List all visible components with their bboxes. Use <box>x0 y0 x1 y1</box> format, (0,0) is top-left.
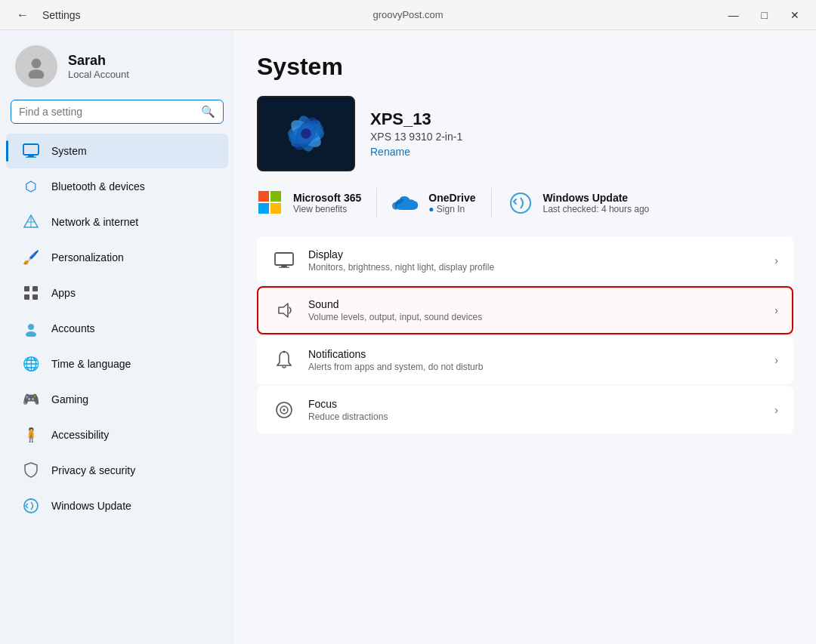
ms365-icon <box>257 190 284 217</box>
device-card: XPS_13 XPS 13 9310 2-in-1 Rename <box>257 96 793 171</box>
device-info: XPS_13 XPS 13 9310 2-in-1 Rename <box>370 109 462 159</box>
svg-rect-26 <box>270 203 281 214</box>
sidebar-item-time[interactable]: 🌐 Time & language <box>6 347 228 381</box>
settings-item-focus[interactable]: Focus Reduce distractions › <box>257 386 793 434</box>
winupdate-icon <box>507 190 534 217</box>
maximize-button[interactable]: □ <box>757 8 772 23</box>
onedrive-subtitle-text: Sign In <box>437 204 465 214</box>
sidebar-item-personalization[interactable]: 🖌️ Personalization <box>6 240 228 275</box>
sound-desc: Volume levels, output, input, sound devi… <box>308 312 762 322</box>
sidebar-item-apps[interactable]: Apps <box>6 276 228 310</box>
user-profile[interactable]: Sarah Local Account <box>0 30 234 100</box>
display-text: Display Monitors, brightness, night ligh… <box>308 248 762 273</box>
search-box[interactable]: 🔍 <box>11 100 224 124</box>
svg-rect-25 <box>258 203 269 214</box>
sidebar-label-privacy: Privacy & security <box>51 464 135 476</box>
svg-rect-4 <box>26 157 36 158</box>
page-title: System <box>257 53 793 81</box>
quick-link-ms365[interactable]: Microsoft 365 View benefits <box>257 188 361 218</box>
content-area: System XPS_13 XPS 13 9310 <box>234 30 816 644</box>
gaming-icon: 🎮 <box>21 390 41 409</box>
settings-item-sound[interactable]: Sound Volume levels, output, input, soun… <box>257 286 793 334</box>
sound-text: Sound Volume levels, output, input, soun… <box>308 298 762 322</box>
settings-item-notifications[interactable]: Notifications Alerts from apps and syste… <box>257 336 793 384</box>
rename-link[interactable]: Rename <box>370 146 410 158</box>
focus-title: Focus <box>308 398 762 410</box>
svg-rect-30 <box>279 267 289 268</box>
device-model: XPS 13 9310 2-in-1 <box>370 131 462 143</box>
onedrive-title: OneDrive <box>428 192 475 204</box>
focus-desc: Reduce distractions <box>308 411 762 422</box>
svg-point-35 <box>283 409 286 411</box>
quick-link-onedrive[interactable]: OneDrive ● Sign In <box>392 188 475 218</box>
time-icon: 🌐 <box>21 354 41 374</box>
user-info: Sarah Local Account <box>68 53 129 80</box>
svg-point-22 <box>301 128 311 138</box>
apps-icon <box>21 283 41 303</box>
close-button[interactable]: ✕ <box>786 8 804 23</box>
svg-point-32 <box>283 351 286 353</box>
display-desc: Monitors, brightness, night light, displ… <box>308 262 762 273</box>
display-icon <box>272 248 296 273</box>
user-name: Sarah <box>68 53 129 69</box>
display-arrow: › <box>774 254 778 267</box>
avatar <box>15 45 57 88</box>
user-subtitle: Local Account <box>68 69 129 80</box>
svg-point-1 <box>29 69 45 79</box>
sidebar-item-windows-update[interactable]: Windows Update <box>6 488 228 523</box>
focus-icon <box>272 398 296 422</box>
sidebar-label-gaming: Gaming <box>51 393 88 405</box>
notifications-title: Notifications <box>308 348 762 360</box>
sidebar-item-accessibility[interactable]: 🧍 Accessibility <box>6 418 228 452</box>
svg-rect-2 <box>23 144 39 155</box>
focus-text: Focus Reduce distractions <box>308 398 762 422</box>
sidebar-item-bluetooth[interactable]: ⬡ Bluetooth & devices <box>6 169 228 204</box>
device-name: XPS_13 <box>370 109 462 129</box>
sidebar-label-bluetooth: Bluetooth & devices <box>51 180 145 193</box>
quick-links-divider <box>376 188 377 218</box>
sidebar-item-network[interactable]: Network & internet <box>6 205 228 239</box>
sidebar-label-system: System <box>51 145 87 157</box>
sidebar: Sarah Local Account 🔍 System <box>0 30 234 644</box>
sidebar-label-personalization: Personalization <box>51 251 124 263</box>
sidebar-item-system[interactable]: System <box>6 134 228 168</box>
onedrive-icon <box>392 190 419 217</box>
quick-links-divider2 <box>491 188 492 218</box>
ms365-subtitle: View benefits <box>293 204 361 214</box>
svg-point-13 <box>26 331 36 337</box>
svg-point-12 <box>28 324 34 330</box>
quick-links: Microsoft 365 View benefits OneDrive ● S… <box>257 188 793 218</box>
device-image <box>257 96 355 171</box>
personalization-icon: 🖌️ <box>21 248 41 267</box>
winupdate-title: Windows Update <box>543 192 650 204</box>
winupdate-subtitle: Last checked: 4 hours ago <box>543 204 650 214</box>
minimize-button[interactable]: — <box>724 8 743 23</box>
onedrive-info: OneDrive ● Sign In <box>428 192 475 214</box>
search-icon: 🔍 <box>201 105 215 119</box>
sidebar-item-accounts[interactable]: Accounts <box>6 311 228 346</box>
quick-link-winupdate[interactable]: Windows Update Last checked: 4 hours ago <box>507 188 650 218</box>
accessibility-icon: 🧍 <box>21 425 41 445</box>
privacy-icon <box>21 461 41 480</box>
bluetooth-icon: ⬡ <box>21 177 41 196</box>
svg-rect-24 <box>270 191 281 202</box>
svg-point-27 <box>511 193 530 213</box>
sidebar-item-privacy[interactable]: Privacy & security <box>6 453 228 488</box>
sidebar-nav: System ⬡ Bluetooth & devices Network & i… <box>0 133 234 524</box>
windows-update-icon <box>21 496 41 516</box>
settings-item-display[interactable]: Display Monitors, brightness, night ligh… <box>257 236 793 285</box>
svg-rect-9 <box>32 286 38 291</box>
sidebar-label-network: Network & internet <box>51 216 138 228</box>
back-button[interactable]: ← <box>12 7 33 23</box>
sidebar-label-time: Time & language <box>51 358 131 370</box>
sidebar-label-apps: Apps <box>51 287 76 299</box>
display-title: Display <box>308 248 762 260</box>
sound-icon <box>272 298 296 322</box>
notifications-text: Notifications Alerts from apps and syste… <box>308 348 762 372</box>
sidebar-item-gaming[interactable]: 🎮 Gaming <box>6 382 228 417</box>
search-input[interactable] <box>19 106 201 118</box>
onedrive-dot: ● <box>428 204 437 214</box>
app-title: Settings <box>42 9 81 21</box>
title-bar: ← Settings groovyPost.com — □ ✕ <box>0 0 816 30</box>
watermark-text: groovyPost.com <box>372 9 443 20</box>
